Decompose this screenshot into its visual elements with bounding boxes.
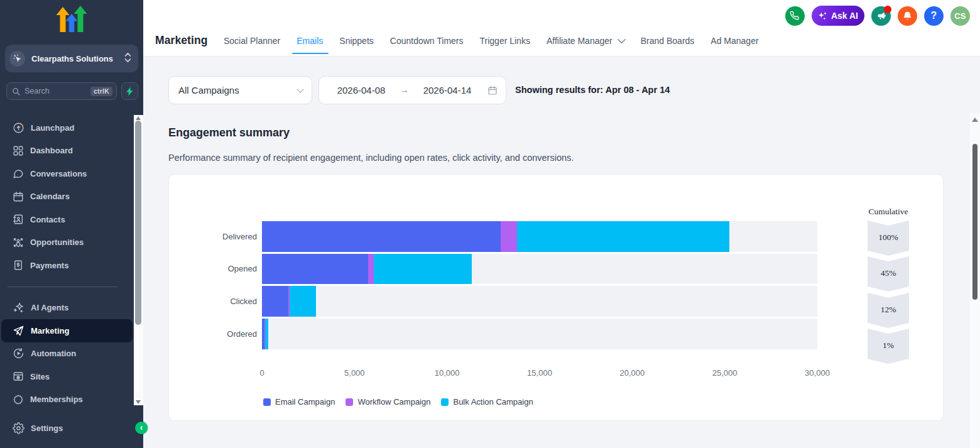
calendar-icon bbox=[13, 191, 24, 202]
tab-ad-manager[interactable]: Ad Manager bbox=[710, 31, 758, 56]
sidebar-scrollbar[interactable] bbox=[134, 115, 143, 405]
chevron-down-icon bbox=[618, 35, 626, 43]
bar-segment[interactable] bbox=[501, 221, 518, 252]
sidebar-item-launchpad[interactable]: Launchpad bbox=[0, 116, 134, 139]
search-shortcut-badge: ctrlK bbox=[90, 87, 112, 96]
user-avatar[interactable]: CS bbox=[950, 6, 970, 26]
phone-button[interactable] bbox=[785, 6, 805, 26]
sidebar-collapse-button[interactable]: ‹ bbox=[135, 422, 148, 434]
sidebar-item-label: Calendars bbox=[30, 192, 70, 201]
legend-item[interactable]: Bulk Action Campaign bbox=[441, 397, 533, 407]
sidebar-scrollbar-thumb[interactable] bbox=[135, 121, 141, 325]
help-button[interactable]: ? bbox=[924, 6, 944, 26]
tab-social-planner[interactable]: Social Planner bbox=[224, 31, 280, 56]
bar-row-delivered bbox=[262, 221, 817, 252]
topbar-actions: Ask AI ? CS bbox=[785, 6, 970, 26]
tab-trigger-links[interactable]: Trigger Links bbox=[480, 31, 530, 56]
tab-emails[interactable]: Emails bbox=[297, 31, 323, 56]
announcements-button[interactable] bbox=[871, 6, 891, 26]
sidebar-item-automation[interactable]: Automation bbox=[0, 342, 134, 366]
sidebar-item-marketing[interactable]: Marketing bbox=[1, 319, 133, 342]
search-placeholder: Search bbox=[24, 87, 90, 96]
marketing-icon bbox=[13, 325, 24, 337]
date-to-value: 2026-04-14 bbox=[413, 85, 481, 96]
app-logo[interactable] bbox=[0, 0, 143, 39]
bar-segment[interactable] bbox=[262, 221, 501, 252]
bar-segment[interactable] bbox=[290, 286, 315, 317]
question-mark-icon: ? bbox=[931, 10, 937, 21]
highlevel-logo-icon bbox=[56, 6, 87, 35]
bar-segment[interactable] bbox=[517, 221, 729, 252]
quick-actions-button[interactable] bbox=[121, 82, 138, 100]
legend-swatch bbox=[263, 398, 271, 406]
x-axis-tick-label: 0 bbox=[234, 368, 290, 378]
bar-row-opened bbox=[262, 254, 817, 285]
sidebar-item-label: Memberships bbox=[30, 395, 83, 404]
search-icon bbox=[12, 87, 20, 96]
cumulative-value: 45% bbox=[868, 268, 909, 278]
tab-affiliate-manager[interactable]: Affiliate Manager bbox=[547, 31, 624, 56]
sidebar-item-dashboard[interactable]: Dashboard bbox=[0, 139, 134, 163]
campaign-filter-value: All Campaigns bbox=[178, 85, 298, 96]
sidebar-item-sites[interactable]: Sites bbox=[0, 365, 134, 388]
bar-segment[interactable] bbox=[374, 254, 472, 285]
opportunities-icon bbox=[13, 237, 24, 248]
sidebar-settings: Settings bbox=[0, 417, 134, 440]
cumulative-tag: 12% bbox=[868, 293, 909, 328]
sidebar-item-settings[interactable]: Settings bbox=[0, 417, 134, 440]
legend-item[interactable]: Workflow Campaign bbox=[346, 397, 430, 407]
ai-agents-icon bbox=[13, 302, 24, 314]
tab-brand-boards[interactable]: Brand Boards bbox=[641, 31, 695, 56]
x-axis-tick-label: 25,000 bbox=[697, 368, 753, 378]
sidebar-item-label: Settings bbox=[31, 423, 63, 433]
bar-segment[interactable] bbox=[262, 254, 368, 285]
phone-icon bbox=[790, 11, 800, 21]
ask-ai-button[interactable]: Ask AI bbox=[812, 6, 864, 26]
scroll-down-arrow-icon[interactable] bbox=[136, 400, 141, 404]
dashboard-icon bbox=[13, 145, 24, 156]
notifications-button[interactable] bbox=[898, 6, 917, 26]
contacts-icon bbox=[13, 214, 24, 225]
avatar-initials: CS bbox=[954, 11, 966, 21]
bar-segment[interactable] bbox=[368, 254, 374, 285]
bar-segment[interactable] bbox=[262, 286, 288, 317]
sidebar-item-contacts[interactable]: Contacts bbox=[0, 208, 134, 231]
sidebar-item-opportunities[interactable]: Opportunities bbox=[0, 231, 134, 254]
arrow-right-icon: → bbox=[395, 84, 413, 96]
sidebar-item-payments[interactable]: Payments bbox=[0, 254, 134, 277]
sparkles-icon bbox=[817, 11, 828, 21]
date-range-picker[interactable]: 2026-04-08 → 2026-04-14 bbox=[318, 76, 506, 104]
sidebar-item-label: Opportunities bbox=[30, 238, 84, 247]
chevron-up-down-icon bbox=[124, 52, 132, 63]
tab-snippets[interactable]: Snippets bbox=[339, 31, 373, 56]
legend-label: Workflow Campaign bbox=[357, 397, 430, 407]
chat-bubble-icon bbox=[13, 168, 24, 179]
date-from-value: 2026-04-08 bbox=[327, 85, 395, 96]
bar-segment[interactable] bbox=[265, 319, 268, 349]
tab-countdown-timers[interactable]: Countdown Timers bbox=[390, 31, 464, 56]
main-scrollbar[interactable] bbox=[970, 113, 980, 448]
legend-swatch bbox=[441, 398, 449, 406]
x-axis-tick-label: 20,000 bbox=[604, 368, 660, 378]
sidebar-item-label: Payments bbox=[30, 261, 68, 270]
cumulative-tag: 1% bbox=[868, 329, 909, 364]
sidebar-item-ai-agents[interactable]: AI Agents bbox=[0, 297, 134, 320]
sidebar-item-label: Contacts bbox=[30, 215, 65, 224]
main-scrollbar-thumb[interactable] bbox=[972, 144, 977, 300]
sidebar-item-memberships[interactable]: Memberships bbox=[0, 388, 134, 406]
account-switcher[interactable]: Clearpaths Solutions bbox=[5, 45, 138, 72]
showing-results-text: Showing results for: Apr 08 - Apr 14 bbox=[515, 85, 670, 95]
campaign-filter-select[interactable]: All Campaigns bbox=[168, 76, 312, 104]
sites-icon bbox=[13, 371, 24, 382]
category-label: Ordered bbox=[169, 329, 257, 339]
search-input[interactable]: Search ctrlK bbox=[6, 82, 117, 100]
scroll-up-arrow-icon[interactable] bbox=[972, 117, 978, 122]
x-axis-tick-label: 5,000 bbox=[326, 368, 383, 378]
sidebar-item-conversations[interactable]: Conversations bbox=[0, 162, 134, 185]
sidebar-item-calendars[interactable]: Calendars bbox=[0, 185, 134, 209]
legend-swatch bbox=[346, 398, 353, 406]
sidebar-item-label: Conversations bbox=[30, 169, 87, 178]
scroll-up-arrow-icon[interactable] bbox=[136, 116, 141, 120]
x-axis-tick-label: 30,000 bbox=[789, 368, 846, 378]
legend-item[interactable]: Email Campaign bbox=[263, 397, 335, 407]
